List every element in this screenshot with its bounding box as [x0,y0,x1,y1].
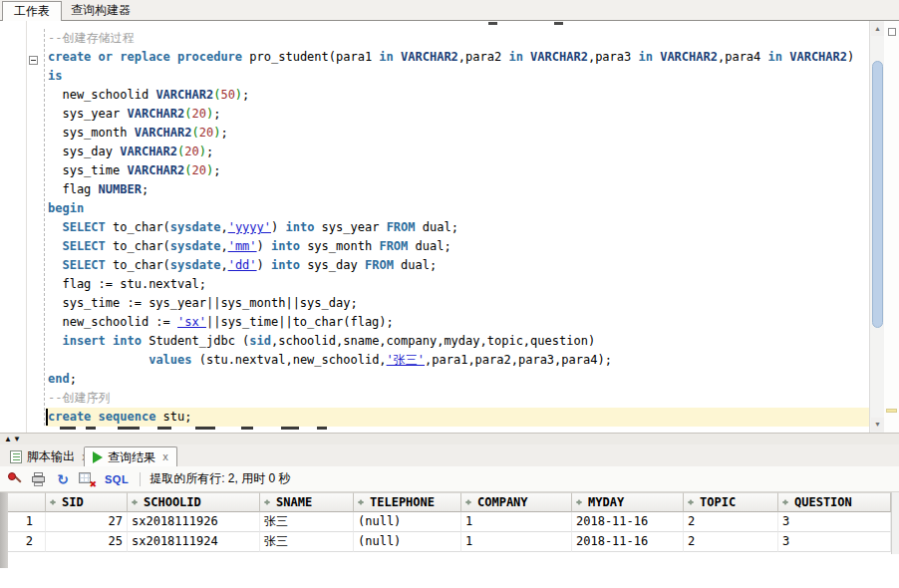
code-token: sys_time := sys_year||sys_month||sys_day… [48,296,358,310]
sql-editor[interactable]: --创建存储过程create or replace procedure pro_… [0,21,899,433]
code-line[interactable]: sys_year VARCHAR2(20); [46,105,869,124]
column-header-sid[interactable]: SID [46,492,128,512]
grid-vertical-scrollbar[interactable] [891,492,899,554]
code-line[interactable]: flag NUMBER; [46,180,869,199]
scrollbar-thumb[interactable] [872,61,883,328]
clear-results-button[interactable]: ✖ [78,470,96,488]
code-line[interactable]: end; [46,370,869,389]
grid-cell[interactable]: 2 [684,512,778,532]
code-line[interactable]: sys_time := sys_year||sys_month||sys_day… [46,294,869,313]
scroll-down-icon[interactable]: ▼ [871,418,884,432]
column-header-sname[interactable]: SNAME [260,492,354,512]
code-line[interactable]: --创建存储过程 [46,29,869,48]
sql-developer-window: 工作表 查询构建器 --创建存储过程create or replace proc… [0,0,899,588]
column-header-telephone[interactable]: TELEPHONE [354,492,461,512]
tab-script-output[interactable]: 脚本输出 x [2,446,96,466]
sql-button[interactable]: SQL [105,473,129,485]
code-area[interactable]: --创建存储过程create or replace procedure pro_… [46,29,869,433]
grid-cell[interactable]: 2018-11-16 [572,532,684,552]
code-line[interactable]: SELECT to_char(sysdate,'dd') into sys_da… [46,256,869,275]
splitter-collapse-icons[interactable]: ▲▼ [4,435,22,443]
row-number-cell[interactable]: 1 [8,512,46,532]
sort-icon[interactable] [357,496,366,508]
tab-query-result[interactable]: 查询结果 x [84,446,177,466]
close-icon[interactable]: x [162,451,168,462]
grid-cell[interactable]: 1 [461,512,572,532]
grid-cell[interactable]: 27 [46,512,128,532]
column-header-company[interactable]: COMPANY [461,492,572,512]
code-token: ( [184,107,191,121]
code-line[interactable]: sys_day VARCHAR2(20); [46,143,869,161]
pin-button[interactable] [6,470,24,488]
pane-splitter[interactable]: ▲▼ [0,433,899,444]
code-line[interactable]: sys_month VARCHAR2(20); [46,124,869,143]
grid-cell[interactable]: 2018-11-16 [572,512,684,532]
sort-icon[interactable] [49,496,58,508]
code-line[interactable]: insert into Student_jdbc (sid,schoolid,s… [46,332,869,351]
current-line-marker[interactable] [886,409,897,413]
grid-cell[interactable]: 2 [684,532,778,552]
column-header-question[interactable]: QUESTION [778,492,891,512]
code-token: in [508,50,522,64]
grid-cell[interactable]: 3 [778,532,891,552]
grid-cell[interactable]: 3 [778,512,891,532]
code-token [48,334,62,348]
column-header-label: QUESTION [794,493,852,512]
sort-icon[interactable] [464,496,473,508]
tab-worksheet[interactable]: 工作表 [2,1,62,21]
code-fold-icon[interactable] [29,56,38,65]
toolbar-separator [140,472,141,486]
code-line[interactable]: create or replace procedure pro_student(… [46,48,869,67]
code-line[interactable]: values (stu.nextval,new_schoolid,'张三',pa… [46,351,869,370]
code-line[interactable]: create sequence stu; [46,408,869,427]
sort-icon[interactable] [687,496,696,508]
refresh-icon[interactable]: ↻ [54,470,72,488]
grid-cell[interactable]: 25 [46,532,128,552]
grid-cell[interactable]: sx2018111924 [128,532,260,552]
code-line[interactable]: begin [46,199,869,218]
code-token: to_char( [106,220,170,234]
column-header-topic[interactable]: TOPIC [684,492,778,512]
grid-cell[interactable]: 张三 [260,532,354,552]
code-token: FROM [387,220,416,234]
row-number-cell[interactable]: 2 [8,532,46,552]
code-token: sys_day [48,145,120,158]
sort-icon[interactable] [131,496,140,508]
sort-icon[interactable] [781,496,790,508]
code-token: ; [213,107,220,121]
editor-vertical-scrollbar[interactable]: ▲ ▼ [869,21,884,433]
code-token: NUMBER [99,182,142,196]
code-token: 20 [184,145,198,158]
script-output-icon [10,450,22,463]
column-header-label: SNAME [276,493,312,512]
tab-label: 脚本输出 [27,446,75,466]
code-line[interactable]: is [46,67,869,86]
code-token: ; [70,372,77,386]
code-token: 20 [192,107,206,121]
code-line[interactable]: flag := stu.nextval; [46,275,869,294]
code-line[interactable]: SELECT to_char(sysdate,'yyyy') into sys_… [46,218,869,237]
code-line[interactable]: new_schoolid := 'sx'||sys_time||to_char(… [46,313,869,332]
tab-query-builder[interactable]: 查询构建器 [60,1,142,21]
code-token: '张三' [387,353,425,367]
grid-cell[interactable]: 张三 [260,512,354,532]
code-line[interactable]: sys_time VARCHAR2(20); [46,161,869,180]
code-token: is [48,69,62,83]
code-token: (stu.nextval,new_schoolid, [192,353,387,367]
code-line[interactable]: SELECT to_char(sysdate,'mm') into sys_mo… [46,237,869,256]
grid-cell[interactable]: sx2018111926 [128,512,260,532]
scroll-up-icon[interactable]: ▲ [871,22,884,36]
sort-icon[interactable] [575,496,584,508]
grid-cell[interactable]: 1 [461,532,572,552]
print-button[interactable] [30,470,48,488]
code-token: ,schoolid,sname,company,myday,topic,ques… [271,334,595,348]
table-row[interactable]: 127sx2018111926张三(null)12018-11-1623 [8,512,891,532]
column-header-schoolid[interactable]: SCHOOLID [128,492,260,512]
table-row[interactable]: 225sx2018111924张三(null)12018-11-1623 [8,532,891,552]
code-line[interactable]: --创建序列 [46,389,869,408]
grid-cell[interactable]: (null) [354,532,461,552]
grid-cell[interactable]: (null) [354,512,461,532]
column-header-myday[interactable]: MYDAY [572,492,684,512]
code-line[interactable]: new_schoolid VARCHAR2(50); [46,86,869,105]
sort-icon[interactable] [263,496,272,508]
